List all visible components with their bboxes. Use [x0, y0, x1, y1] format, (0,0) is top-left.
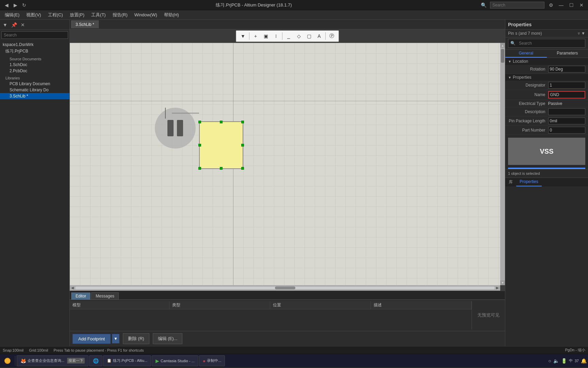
editor-content: 模型 类型 位置 描述 无预览可见 — [70, 300, 505, 331]
designator-input[interactable] — [548, 82, 586, 89]
close-icon[interactable]: ✕ — [578, 1, 585, 9]
menu-help[interactable]: 帮助(H) — [161, 11, 182, 19]
rotation-label: Rotation — [508, 67, 548, 72]
menu-edit[interactable]: 编辑(E) — [1, 11, 23, 19]
properties-section-header[interactable]: Properties — [505, 74, 588, 81]
minimize-icon[interactable]: — — [557, 1, 565, 9]
menu-place[interactable]: 放置(P) — [66, 11, 88, 19]
filter-tool[interactable]: ▼ — [238, 31, 248, 41]
taskbar-altium[interactable]: 📋 练习.PrjPCB - Altiu... — [103, 355, 151, 366]
wire-tool[interactable]: ⎯ — [284, 31, 293, 41]
editor-tab-editor[interactable]: Editor — [71, 292, 91, 300]
handle-bl[interactable] — [198, 167, 201, 170]
panel-menu-icon[interactable]: ▼ — [1, 21, 9, 29]
tray-lang[interactable]: 中 — [569, 358, 573, 363]
forward-icon[interactable]: ▶ — [12, 1, 19, 9]
handle-mr[interactable] — [241, 144, 244, 147]
component-tool[interactable]: ▢ — [304, 31, 314, 41]
v-scrollbar-thumb[interactable] — [501, 49, 504, 63]
props-bottom: 1 object is selected — [505, 169, 588, 178]
add-footprint-dropdown[interactable]: ▼ — [112, 334, 119, 343]
edit-button[interactable]: 编辑 (E)... — [153, 333, 183, 344]
scroll-down-icon[interactable]: ▼ — [500, 280, 505, 285]
h-scrollbar-thumb[interactable] — [275, 287, 295, 289]
vss-preview[interactable]: VSS — [508, 138, 585, 165]
panel-close-icon[interactable]: ✕ — [19, 21, 27, 29]
tray-network-icon[interactable]: ○ — [548, 358, 551, 364]
editor-tab-messages[interactable]: Messages — [91, 292, 119, 300]
schlib3-item[interactable]: 3.SchLib * — [0, 93, 69, 99]
props-search-input[interactable] — [517, 40, 583, 47]
app-title: 练习.PrjPCB - Altium Designer (18.1.7) — [28, 2, 480, 8]
handle-tr[interactable] — [241, 121, 244, 123]
component-body[interactable] — [199, 121, 243, 169]
props-bottom-tab-properties[interactable]: Properties — [516, 178, 542, 186]
status-bar: Snap:100mil Grid:100mil Press Tab to pau… — [0, 346, 588, 354]
props-bottom-tab-library[interactable]: 库 — [505, 178, 516, 186]
props-filter-icon[interactable]: ▿ — [578, 31, 580, 36]
pause-bar-left — [167, 120, 174, 136]
back-icon[interactable]: ◀ — [3, 1, 10, 9]
schlib-item[interactable]: Schematic Library Do — [0, 87, 69, 93]
pcblib-item[interactable]: PCB Library Documen — [0, 81, 69, 87]
rect-tool[interactable]: ▣ — [261, 31, 271, 41]
electrical-type-label: Electrical Type — [508, 101, 548, 106]
taskbar-start[interactable] — [1, 355, 14, 367]
settings-icon[interactable]: ⚙ — [547, 1, 555, 9]
panel-pin-icon[interactable]: 📌 — [10, 21, 18, 29]
rotation-input[interactable] — [548, 66, 586, 73]
taskbar-fox[interactable]: 🦊 企查查企业信息查询... 搜索一下 — [17, 355, 88, 366]
handle-br[interactable] — [241, 167, 244, 170]
editor-table: 模型 类型 位置 描述 — [70, 301, 472, 330]
global-search-input[interactable] — [490, 2, 544, 9]
project-item[interactable]: 练习.PrjPCB — [0, 48, 69, 55]
menu-report[interactable]: 报告(R) — [109, 11, 131, 19]
menu-tools[interactable]: 工具(T) — [88, 11, 109, 19]
description-input[interactable] — [548, 108, 586, 115]
align-tool[interactable]: ⁞ — [271, 31, 281, 41]
h-scroll-left-icon[interactable]: ◀ — [70, 286, 75, 290]
schlib-tab[interactable]: 3.SchLib * — [71, 20, 99, 28]
handle-tl[interactable] — [198, 121, 201, 123]
handle-bm[interactable] — [220, 167, 223, 170]
workspace-item[interactable]: kspace1.DsnWrk — [0, 42, 69, 48]
power-tool[interactable]: ◇ — [294, 31, 304, 41]
search-icon[interactable]: 🔍 — [480, 1, 487, 9]
part-number-input[interactable] — [548, 127, 586, 134]
menu-project[interactable]: 工程(C) — [45, 11, 66, 19]
add-tool[interactable]: + — [251, 31, 260, 41]
pin-package-input[interactable] — [548, 118, 586, 124]
text-tool[interactable]: A — [314, 31, 324, 41]
tray-notification-icon[interactable]: 🔔 — [581, 358, 587, 364]
schdoc-item[interactable]: 1.SchDoc — [0, 62, 69, 68]
tray-battery-icon[interactable]: 🔋 — [561, 358, 567, 364]
props-tab-general[interactable]: General — [505, 49, 547, 58]
tray-volume-icon[interactable]: 🔈 — [553, 358, 559, 364]
delete-button[interactable]: 删除 (R) — [123, 333, 149, 344]
pcbdoc-item[interactable]: 2.PcbDoc — [0, 68, 69, 74]
location-section-header[interactable]: Location — [505, 58, 588, 65]
left-panel: ▼ 📌 ✕ kspace1.DsnWrk 练习.PrjPCB Source Do… — [0, 20, 70, 346]
maximize-icon[interactable]: ☐ — [568, 1, 575, 9]
taskbar-recording[interactable]: ● 录制中... — [199, 355, 225, 366]
taskbar-camtasia[interactable]: ▶ Camtasia Studio - ... — [152, 355, 198, 366]
name-input[interactable] — [548, 91, 586, 98]
add-footprint-button[interactable]: Add Footprint — [72, 334, 111, 344]
taskbar-ie[interactable]: 🌐 — [89, 355, 102, 366]
scroll-up-icon[interactable]: ▲ — [500, 43, 505, 48]
menu-window[interactable]: Window(W) — [131, 12, 161, 18]
h-scroll-right-icon[interactable]: ▶ — [495, 286, 500, 290]
v-scrollbar[interactable]: ▲ ▼ — [500, 43, 505, 285]
props-tab-parameters[interactable]: Parameters — [547, 49, 588, 58]
h-scrollbar-track[interactable] — [75, 287, 495, 289]
props-filter-settings-icon[interactable]: ▼ — [581, 31, 585, 36]
handle-tm[interactable] — [220, 121, 223, 123]
bus-tool[interactable]: Ⓟ — [327, 31, 337, 41]
menu-view[interactable]: 视图(V) — [23, 11, 44, 19]
search-input[interactable] — [1, 31, 68, 39]
handle-ml[interactable] — [198, 144, 201, 147]
refresh-icon[interactable]: ↻ — [20, 1, 28, 9]
taskbar-camtasia-label: Camtasia Studio - ... — [161, 359, 195, 363]
designator-label: Designator — [508, 83, 548, 88]
canvas-area[interactable]: ▲ ▼ — [70, 43, 505, 285]
